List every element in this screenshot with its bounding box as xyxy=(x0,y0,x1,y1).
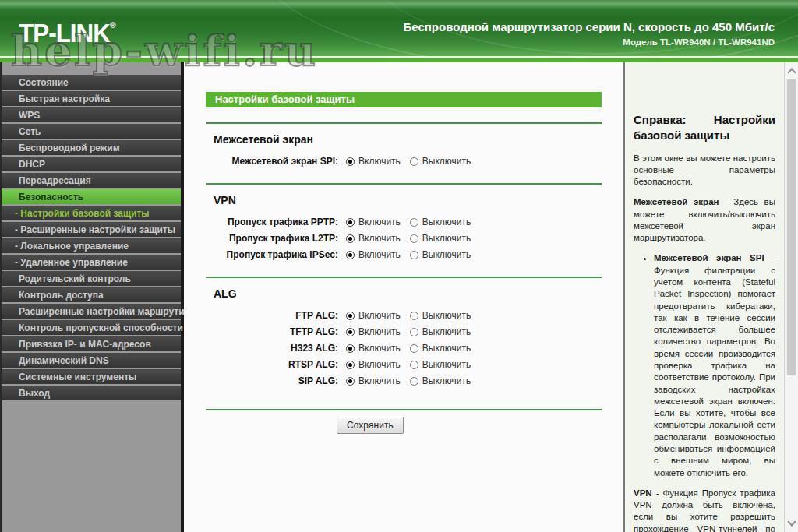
section-separator xyxy=(206,122,602,124)
sidebar-menu: Состояние Быстрая настройка WPS Сеть Бес… xyxy=(0,62,184,532)
section-separator xyxy=(206,183,602,185)
radio-h323-disable[interactable] xyxy=(410,344,418,353)
radio-sip-disable[interactable] xyxy=(410,377,418,386)
page-title: Настройки базовой защиты xyxy=(206,92,602,107)
main-content: Настройки базовой защиты Межсетевой экра… xyxy=(184,62,623,532)
form-row-sip-alg: SIP ALG: Включить Выключить xyxy=(206,373,602,389)
radio-spi-enable[interactable] xyxy=(346,157,355,166)
sidebar-item-access-control[interactable]: Контроль доступа xyxy=(2,287,181,302)
radio-label-enable: Включить xyxy=(358,375,401,386)
radio-label-enable: Включить xyxy=(358,359,401,370)
radio-label-enable: Включить xyxy=(358,343,401,354)
radio-h323-enable[interactable] xyxy=(346,344,355,353)
radio-ipsec-disable[interactable] xyxy=(410,251,418,259)
registered-mark: ® xyxy=(110,20,116,30)
radio-label-disable: Выключить xyxy=(422,326,471,337)
sidebar-item-system-tools[interactable]: Системные инструменты xyxy=(2,369,181,384)
section-separator xyxy=(206,409,602,410)
form-row-ftp-alg: FTP ALG: Включить Выключить xyxy=(206,308,602,323)
section-heading-firewall: Межсетевой экран xyxy=(214,133,602,146)
scroll-down-icon[interactable] xyxy=(788,520,794,526)
sidebar-item-advanced-security[interactable]: - Расширенные настройки защиты xyxy=(2,222,181,237)
radio-l2tp-enable[interactable] xyxy=(346,234,355,243)
radio-label-enable: Включить xyxy=(358,156,401,167)
help-title: Справка: Настройки базовой защиты xyxy=(634,112,775,144)
save-button[interactable]: Сохранить xyxy=(337,417,404,434)
field-label: Пропуск трафика IPSec: xyxy=(206,249,338,260)
sidebar-item-dhcp[interactable]: DHCP xyxy=(2,157,181,171)
section-heading-alg: ALG xyxy=(214,287,602,300)
radio-label-enable: Включить xyxy=(358,326,401,337)
field-label: H323 ALG: xyxy=(206,343,338,354)
form-row-rtsp-alg: RTSP ALG: Включить Выключить xyxy=(206,357,602,372)
radio-label-disable: Выключить xyxy=(422,156,471,167)
field-label: Пропуск трафика PPTP: xyxy=(206,217,338,227)
radio-spi-disable[interactable] xyxy=(410,157,418,166)
radio-label-disable: Выключить xyxy=(422,359,471,370)
field-label: TFTP ALG: xyxy=(206,326,338,337)
header: TP-LINK® Беспроводной маршрутизатор сери… xyxy=(0,0,798,56)
help-paragraph: VPN - Функция Пропуск трафика VPN должна… xyxy=(634,488,775,532)
field-label: Пропуск трафика L2TP: xyxy=(206,233,338,244)
sidebar-item-security[interactable]: Безопасность xyxy=(2,189,181,204)
sidebar-item-status[interactable]: Состояние xyxy=(2,75,181,90)
tplink-logo: TP-LINK® xyxy=(19,19,116,48)
radio-label-disable: Выключить xyxy=(422,233,471,244)
radio-pptp-enable[interactable] xyxy=(346,218,355,227)
radio-rtsp-enable[interactable] xyxy=(346,361,355,369)
radio-tftp-disable[interactable] xyxy=(410,328,418,336)
field-label: FTP ALG: xyxy=(206,310,338,321)
sidebar-item-local-management[interactable]: - Локальное управление xyxy=(2,238,181,253)
sidebar-item-wireless[interactable]: Беспроводной режим xyxy=(2,140,181,155)
form-row-pptp: Пропуск трафика PPTP: Включить Выключить xyxy=(206,214,602,230)
radio-label-disable: Выключить xyxy=(422,249,471,260)
scrollbar-thumb[interactable] xyxy=(787,79,796,375)
header-product-info: Беспроводной маршрутизатор серии N, скор… xyxy=(403,20,775,47)
form-row-spi: Межсетевой экран SPI: Включить Выключить xyxy=(206,153,602,169)
radio-pptp-disable[interactable] xyxy=(410,218,418,227)
section-separator xyxy=(206,277,602,278)
sidebar-item-forwarding[interactable]: Переадресация xyxy=(2,173,181,188)
scroll-up-icon[interactable] xyxy=(788,67,794,73)
product-tagline: Беспроводной маршрутизатор серии N, скор… xyxy=(403,20,775,33)
radio-ftp-enable[interactable] xyxy=(346,312,355,320)
radio-label-disable: Выключить xyxy=(422,310,471,321)
form-row-l2tp: Пропуск трафика L2TP: Включить Выключить xyxy=(206,231,602,246)
sidebar-item-basic-security[interactable]: - Настройки базовой защиты xyxy=(2,206,181,220)
radio-rtsp-disable[interactable] xyxy=(410,361,418,369)
tplink-logo-text: TP-LINK xyxy=(19,19,110,48)
sidebar-item-network[interactable]: Сеть xyxy=(2,124,181,139)
sidebar-item-wps[interactable]: WPS xyxy=(2,107,181,122)
sidebar-item-bandwidth-control[interactable]: Контроль пропускной способности xyxy=(2,320,181,335)
help-panel: Справка: Настройки базовой защиты В этом… xyxy=(623,62,784,532)
radio-label-enable: Включить xyxy=(358,233,401,244)
help-bullet-list: Межсетевой экран SPI - Функция фильтраци… xyxy=(654,252,775,478)
sidebar-item-dynamic-dns[interactable]: Динамический DNS xyxy=(2,353,181,368)
help-bullet: Межсетевой экран SPI - Функция фильтраци… xyxy=(654,252,775,478)
sidebar-item-ip-mac-binding[interactable]: Привязка IP- и MAC-адресов xyxy=(2,336,181,351)
section-heading-vpn: VPN xyxy=(214,194,602,206)
radio-l2tp-disable[interactable] xyxy=(410,234,418,243)
help-paragraph: В этом окне вы можете настроить основные… xyxy=(634,153,775,188)
help-paragraph: Межсетевой экран - Здесь вы можете включ… xyxy=(634,196,775,244)
form-row-h323-alg: H323 ALG: Включить Выключить xyxy=(206,340,602,356)
radio-ipsec-enable[interactable] xyxy=(346,251,355,259)
sidebar-item-parental-control[interactable]: Родительский контроль xyxy=(2,271,181,286)
sidebar-item-remote-management[interactable]: - Удаленное управление xyxy=(2,255,181,270)
field-label: SIP ALG: xyxy=(206,375,338,386)
form-row-ipsec: Пропуск трафика IPSec: Включить Выключит… xyxy=(206,247,602,262)
product-model: Модель TL-WR940N / TL-WR941ND xyxy=(403,37,775,47)
field-label: RTSP ALG: xyxy=(206,359,338,370)
radio-label-enable: Включить xyxy=(358,249,401,260)
form-row-tftp-alg: TFTP ALG: Включить Выключить xyxy=(206,324,602,340)
router-admin-page: help-wifi.ru TP-LINK® Беспроводной маршр… xyxy=(0,0,798,532)
radio-tftp-enable[interactable] xyxy=(346,328,355,336)
radio-sip-enable[interactable] xyxy=(346,377,355,386)
radio-ftp-disable[interactable] xyxy=(410,312,418,320)
sidebar-item-quick-setup[interactable]: Быстрая настройка xyxy=(2,91,181,106)
help-scrollbar[interactable] xyxy=(784,62,798,532)
radio-label-enable: Включить xyxy=(358,217,401,227)
sidebar-item-logout[interactable]: Выход xyxy=(2,386,181,400)
sidebar-item-advanced-routing[interactable]: Расширенные настройки маршрутизации xyxy=(2,304,181,319)
radio-label-disable: Выключить xyxy=(422,343,471,354)
